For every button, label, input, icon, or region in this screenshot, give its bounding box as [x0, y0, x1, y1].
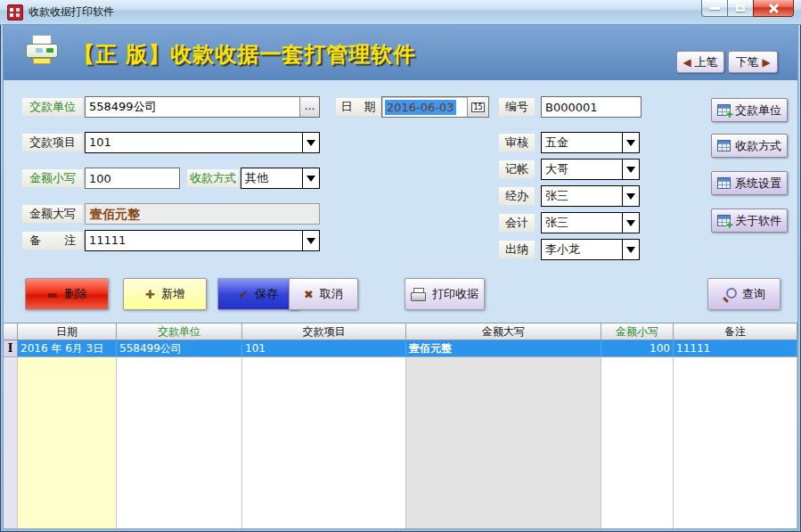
window-controls: [701, 0, 794, 17]
header-band: 【正 版】收款收据一套打管理软件 ◀ 上笔 下笔 ▶: [4, 25, 797, 80]
remark-combo[interactable]: 11111: [85, 230, 320, 251]
amount-big-label: 金额大写: [22, 205, 83, 223]
add-button[interactable]: ✚ 新增: [123, 278, 207, 310]
table-add-icon: ✚: [717, 215, 731, 226]
receipt-no-input[interactable]: [541, 96, 642, 118]
chevron-down-icon[interactable]: [622, 160, 639, 179]
pay-method-manage-button[interactable]: 收款方式: [711, 134, 788, 158]
payer-unit-field: …: [85, 96, 320, 118]
pay-method-manage-label: 收款方式: [735, 138, 781, 154]
empty-col-amount-small: [601, 357, 674, 528]
cancel-label: 取消: [320, 286, 343, 302]
grid-header-amount-small[interactable]: 金额小写: [601, 323, 674, 340]
grid-header-unit[interactable]: 交款单位: [117, 323, 242, 340]
pay-method-label: 收款方式: [187, 169, 239, 187]
cross-icon: ✖: [304, 288, 314, 301]
payment-item-label: 交款项目: [22, 134, 83, 151]
delete-button[interactable]: ▬ 删除: [25, 278, 109, 310]
chevron-down-icon[interactable]: [302, 133, 319, 152]
amount-big-field: 壹佰元整: [85, 203, 320, 225]
minimize-icon: [709, 7, 720, 10]
cell-amount-small[interactable]: 100: [601, 340, 674, 356]
cell-item[interactable]: 101: [242, 340, 406, 356]
save-button[interactable]: ✔ 保存: [217, 278, 299, 310]
window-content: 【正 版】收款收据一套打管理软件 ◀ 上笔 下笔 ▶ 交款单位 … 日 期 20…: [4, 25, 797, 528]
system-settings-button[interactable]: 系统设置: [711, 171, 788, 195]
delete-label: 删除: [64, 286, 87, 302]
printer-icon: [411, 288, 426, 301]
date-field[interactable]: 2016-06-03 15: [381, 96, 489, 118]
maximize-button[interactable]: [728, 0, 753, 17]
date-picker-button[interactable]: 15: [467, 97, 488, 117]
search-icon: [723, 288, 736, 301]
payment-item-value: 101: [86, 133, 302, 152]
chevron-down-icon[interactable]: [622, 240, 639, 259]
table-row[interactable]: I 2016 年 6月 3日 558499公司 101 壹佰元整 100 111…: [4, 340, 797, 356]
records-grid: 日期 交款单位 交款项目 金额大写 金额小写 备注 I 2016 年 6月 3日…: [4, 323, 797, 528]
cell-unit[interactable]: 558499公司: [117, 340, 242, 356]
payer-unit-browse-button[interactable]: …: [299, 97, 319, 117]
handler-value: 张三: [542, 186, 622, 206]
bookkeeper-label: 记帐: [499, 160, 535, 178]
close-button[interactable]: [753, 0, 794, 17]
accountant-combo[interactable]: 张三: [541, 212, 640, 233]
prev-record-button[interactable]: ◀ 上笔: [676, 51, 724, 73]
accountant-value: 张三: [542, 213, 622, 233]
add-label: 新增: [161, 286, 184, 302]
payer-unit-input[interactable]: [86, 97, 299, 117]
remark-value: 11111: [86, 231, 302, 250]
payer-unit-manage-label: 交款单位: [735, 102, 781, 119]
date-value: 2016-06-03: [385, 100, 456, 115]
payer-unit-label: 交款单位: [22, 98, 83, 116]
chevron-down-icon[interactable]: [302, 231, 319, 250]
chevron-down-icon[interactable]: [622, 133, 639, 152]
chevron-down-icon[interactable]: [622, 186, 639, 206]
app-logo-icon: [7, 4, 23, 20]
auditor-combo[interactable]: 五金: [541, 132, 640, 153]
auditor-label: 审核: [499, 134, 535, 151]
grid-empty-area: [4, 356, 797, 528]
next-record-button[interactable]: 下笔 ▶: [728, 51, 778, 73]
empty-col-amount-big: [406, 357, 601, 528]
grid-header-amount-big[interactable]: 金额大写: [406, 323, 601, 340]
print-receipt-button[interactable]: 打印收据: [405, 278, 485, 310]
cashier-combo[interactable]: 李小龙: [541, 239, 640, 260]
minimize-button[interactable]: [701, 0, 728, 17]
titlebar: 收款收据打印软件: [0, 0, 801, 25]
table-icon: [717, 177, 731, 189]
cell-date[interactable]: 2016 年 6月 3日: [18, 340, 117, 356]
print-receipt-label: 打印收据: [432, 286, 478, 302]
pay-method-combo[interactable]: 其他: [241, 168, 320, 189]
query-button[interactable]: 查询: [707, 278, 781, 310]
bookkeeper-combo[interactable]: 大哥: [541, 159, 640, 180]
cell-amount-big[interactable]: 壹佰元整: [406, 340, 601, 356]
prev-arrow-icon: ◀: [682, 56, 691, 69]
cell-remark[interactable]: 11111: [674, 340, 797, 356]
payment-item-combo[interactable]: 101: [85, 132, 320, 153]
about-software-button[interactable]: ✚ 关于软件: [711, 209, 788, 233]
table-icon: [717, 140, 731, 151]
calendar-icon: 15: [471, 102, 484, 112]
handler-label: 经办: [499, 187, 535, 205]
empty-col-remark: [674, 357, 797, 528]
grid-header-date[interactable]: 日期: [18, 323, 117, 340]
plus-icon: ✚: [145, 288, 155, 301]
grid-header-row: 日期 交款单位 交款项目 金额大写 金额小写 备注: [4, 323, 797, 340]
date-label: 日 期: [336, 98, 380, 116]
cancel-button[interactable]: ✖ 取消: [289, 278, 358, 310]
row-selector-cell[interactable]: I: [4, 340, 18, 356]
chevron-down-icon[interactable]: [622, 213, 639, 233]
payer-unit-manage-button[interactable]: ✚ 交款单位: [711, 98, 788, 122]
system-settings-label: 系统设置: [735, 176, 781, 192]
grid-header-remark[interactable]: 备注: [674, 323, 797, 340]
pay-method-value: 其他: [241, 168, 302, 188]
grid-header-item[interactable]: 交款项目: [242, 323, 406, 340]
chevron-down-icon[interactable]: [302, 168, 319, 188]
minus-icon: ▬: [46, 288, 57, 301]
empty-col-date: [18, 357, 117, 528]
bookkeeper-value: 大哥: [542, 160, 622, 179]
next-record-label: 下笔: [735, 54, 758, 70]
amount-small-input[interactable]: [85, 168, 180, 189]
save-label: 保存: [255, 286, 278, 302]
handler-combo[interactable]: 张三: [541, 185, 640, 207]
